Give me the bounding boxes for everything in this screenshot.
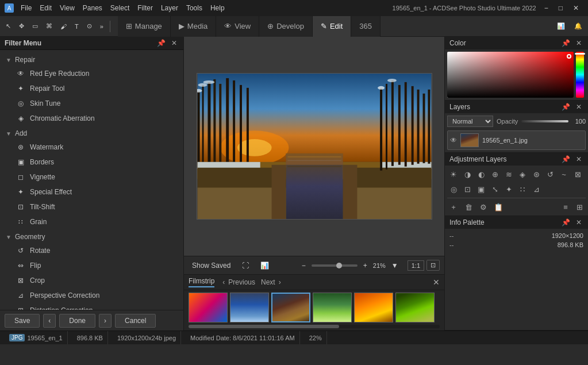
show-saved-btn[interactable]: Show Saved bbox=[189, 260, 234, 271]
adj-icon-lens[interactable]: ◎ bbox=[447, 183, 460, 195]
adj-icon-crop[interactable]: ⊠ bbox=[571, 168, 584, 180]
filmstrip-thumb-5[interactable] bbox=[354, 293, 393, 322]
tab-edit[interactable]: ✎ Edit bbox=[313, 16, 351, 37]
info-close-btn[interactable]: ✕ bbox=[574, 218, 583, 226]
adj-icon-color[interactable]: ◈ bbox=[516, 168, 529, 180]
filter-grain[interactable]: ∷ Grain bbox=[0, 214, 183, 229]
layer-item[interactable]: 👁 19565_en_1.jpg bbox=[447, 130, 586, 150]
adj-icon-resize[interactable]: ⤡ bbox=[489, 183, 501, 195]
adj-list-btn[interactable]: ≡ bbox=[559, 201, 572, 213]
menu-edit[interactable]: Edit bbox=[36, 3, 55, 13]
filter-perspective[interactable]: ⊿ Perspective Correction bbox=[0, 288, 183, 303]
adj-icon-effect[interactable]: ✦ bbox=[502, 183, 515, 195]
toolbar-notify[interactable]: 🔔 bbox=[571, 21, 586, 32]
toolbar-lasso[interactable]: ⌘ bbox=[43, 21, 56, 32]
filter-special-effect[interactable]: ✦ Special Effect bbox=[0, 185, 183, 199]
toolbar-marquee[interactable]: ▭ bbox=[29, 21, 41, 32]
menu-tools[interactable]: Tools bbox=[183, 3, 206, 13]
image-area[interactable] bbox=[184, 37, 444, 256]
histogram-btn[interactable]: 📊 bbox=[257, 260, 272, 271]
pin-button[interactable]: 📌 bbox=[155, 39, 167, 47]
info-pin-btn[interactable]: 📌 bbox=[560, 218, 572, 226]
adj-icon-rotate[interactable]: ↺ bbox=[544, 168, 556, 180]
done-button[interactable]: Done bbox=[59, 314, 95, 328]
filter-repair-tool[interactable]: ✦ Repair Tool bbox=[0, 81, 183, 96]
menu-layer[interactable]: Layer bbox=[157, 3, 182, 13]
menu-select[interactable]: Select bbox=[107, 3, 133, 13]
layer-visibility-toggle[interactable]: 👁 bbox=[450, 136, 457, 144]
zoom-fit-btn[interactable]: ⊡ bbox=[426, 260, 440, 271]
filmstrip-thumb-1[interactable] bbox=[189, 293, 228, 322]
zoom-out-btn[interactable]: − bbox=[298, 260, 309, 271]
toolbar-text[interactable]: T bbox=[71, 21, 82, 32]
adj-icon-liquify[interactable]: ~ bbox=[558, 168, 570, 180]
minimize-button[interactable]: − bbox=[540, 3, 553, 13]
tab-365[interactable]: 365 bbox=[351, 16, 381, 37]
color-picker-gradient[interactable] bbox=[447, 52, 574, 98]
filter-red-eye[interactable]: 👁 Red Eye Reduction bbox=[0, 66, 183, 81]
zoom-slider[interactable] bbox=[312, 264, 358, 267]
layers-pin-btn[interactable]: 📌 bbox=[560, 103, 572, 111]
adj-icon-persp[interactable]: ⊿ bbox=[530, 183, 543, 195]
filmstrip-prev-arrow[interactable]: ‹ bbox=[222, 278, 225, 286]
filmstrip-next-arrow[interactable]: › bbox=[279, 278, 281, 286]
toolbar-move[interactable]: ✥ bbox=[16, 21, 28, 32]
filter-skin-tune[interactable]: ◎ Skin Tune bbox=[0, 96, 183, 111]
toolbar-brush[interactable]: 🖌 bbox=[57, 21, 70, 32]
menu-help[interactable]: Help bbox=[207, 3, 228, 13]
fit-screen-btn[interactable]: ⛶ bbox=[239, 260, 252, 271]
section-add-header[interactable]: ▼ Add bbox=[0, 126, 183, 140]
filmstrip-thumb-3[interactable] bbox=[271, 293, 310, 322]
tab-develop[interactable]: ⊕ Develop bbox=[259, 16, 313, 37]
tab-view[interactable]: 👁 View bbox=[216, 16, 259, 37]
adj-icon-tilt[interactable]: ⊡ bbox=[461, 183, 474, 195]
filter-distortion[interactable]: ⊞ Distortion Correction bbox=[0, 303, 183, 310]
adj-icon-hsl[interactable]: ≋ bbox=[502, 168, 515, 180]
layers-close-btn[interactable]: ✕ bbox=[574, 103, 583, 111]
zoom-dropdown[interactable]: ▼ bbox=[388, 260, 402, 271]
tab-manage[interactable]: ⊞ Manage bbox=[118, 16, 171, 37]
filmstrip-thumb-6[interactable] bbox=[395, 293, 435, 322]
menu-file[interactable]: File bbox=[17, 3, 35, 13]
save-button[interactable]: Save bbox=[5, 314, 40, 328]
adj-settings-btn[interactable]: ⚙ bbox=[477, 201, 490, 213]
filter-rotate[interactable]: ↺ Rotate bbox=[0, 243, 183, 258]
toolbar-extra[interactable]: » bbox=[97, 21, 107, 32]
adj-copy-btn[interactable]: 📋 bbox=[492, 201, 505, 213]
adj-icon-grain[interactable]: ∷ bbox=[516, 183, 529, 195]
filmstrip-thumb-4[interactable] bbox=[313, 293, 352, 322]
filmstrip-prev-label[interactable]: Previous bbox=[228, 278, 255, 286]
adj-icon-levels[interactable]: ⊕ bbox=[489, 168, 501, 180]
color-pin-btn[interactable]: 📌 bbox=[560, 39, 572, 47]
toolbar-select[interactable]: ↖ bbox=[2, 21, 14, 32]
adj-icon-exposure[interactable]: ☀ bbox=[447, 168, 460, 180]
adj-icon-brightness[interactable]: ◑ bbox=[461, 168, 474, 180]
toolbar-shapes[interactable]: ⊙ bbox=[83, 21, 95, 32]
filter-flip[interactable]: ⇔ Flip bbox=[0, 258, 183, 273]
filter-chromatic[interactable]: ◈ Chromatic Aberration bbox=[0, 111, 183, 126]
toolbar-chart[interactable]: 📊 bbox=[554, 21, 568, 32]
filmstrip-scrollbar[interactable] bbox=[189, 325, 440, 328]
filmstrip-next-label[interactable]: Next bbox=[261, 278, 275, 286]
maximize-button[interactable]: □ bbox=[554, 3, 567, 13]
section-geometry-header[interactable]: ▼ Geometry bbox=[0, 229, 183, 243]
close-panel-button[interactable]: ✕ bbox=[170, 39, 179, 47]
menu-view[interactable]: View bbox=[56, 3, 78, 13]
adj-close-btn[interactable]: ✕ bbox=[574, 155, 583, 163]
filter-tilt-shift[interactable]: ⊡ Tilt-Shift bbox=[0, 199, 183, 214]
adj-icon-curves[interactable]: ◐ bbox=[475, 168, 487, 180]
opacity-slider[interactable] bbox=[521, 120, 568, 122]
filter-watermark[interactable]: ⊛ Watermark bbox=[0, 140, 183, 155]
color-hue-slider[interactable] bbox=[576, 52, 584, 98]
section-repair-header[interactable]: ▼ Repair bbox=[0, 52, 183, 66]
cancel-button[interactable]: Cancel bbox=[115, 314, 156, 328]
adj-icon-border[interactable]: ▣ bbox=[475, 183, 487, 195]
filmstrip-close-button[interactable]: ✕ bbox=[433, 278, 440, 287]
color-close-btn[interactable]: ✕ bbox=[574, 39, 583, 47]
next-button[interactable]: › bbox=[99, 314, 112, 328]
prev-button[interactable]: ‹ bbox=[43, 314, 56, 328]
zoom-in-btn[interactable]: + bbox=[360, 260, 371, 271]
menu-filter[interactable]: Filter bbox=[134, 3, 156, 13]
blend-mode-select[interactable]: Normal bbox=[447, 116, 493, 127]
menu-panes[interactable]: Panes bbox=[79, 3, 106, 13]
